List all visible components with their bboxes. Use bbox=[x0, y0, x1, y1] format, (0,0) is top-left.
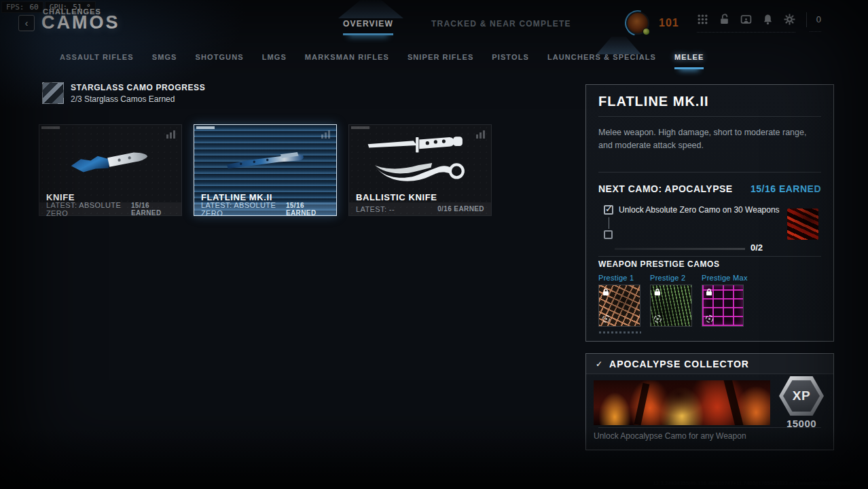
social-count: 0 bbox=[816, 14, 821, 24]
weapon-latest-camo: LATEST: ABSOLUTE ZERO bbox=[46, 201, 131, 217]
page-title: CAMOS bbox=[41, 12, 120, 33]
divider bbox=[598, 116, 821, 117]
starglass-progress: STARGLASS CAMO PROGRESS 2/3 Starglass Ca… bbox=[42, 82, 205, 104]
challenge-step1-checkbox: ✓ bbox=[604, 205, 613, 215]
weapon-latest-camo: LATEST: -- bbox=[356, 205, 395, 213]
card-info-strip: LATEST: -- 0/16 EARNED bbox=[349, 202, 491, 215]
prestige-1-label: Prestige 1 bbox=[598, 274, 642, 282]
card-info-strip: LATEST: ABSOLUTE ZERO 15/16 EARNED bbox=[39, 202, 181, 215]
tab-assault-rifles[interactable]: ASSAULT RIFLES bbox=[60, 53, 134, 69]
unlock-icon[interactable] bbox=[719, 14, 730, 25]
challenge-task-text: Unlock Absolute Zero Camo on 30 Weapons bbox=[619, 205, 780, 215]
lock-icon bbox=[602, 288, 610, 296]
collector-title: APOCALYPSE COLLECTOR bbox=[609, 359, 749, 369]
starglass-subtitle: 2/3 Starglass Camos Earned bbox=[71, 94, 205, 104]
back-button[interactable]: ‹ bbox=[18, 15, 35, 31]
apocalypse-artwork bbox=[594, 380, 770, 425]
faction-emblem-icon bbox=[705, 314, 714, 323]
header-icon-row bbox=[697, 14, 795, 33]
prestige-2-label: Prestige 2 bbox=[650, 274, 693, 282]
tab-tracked-near-complete[interactable]: TRACKED & NEAR COMPLETE bbox=[431, 19, 571, 35]
challenge-step2-checkbox bbox=[604, 230, 613, 239]
tab-smgs[interactable]: SMGS bbox=[152, 53, 177, 69]
tab-launchers-specials[interactable]: LAUNCHERS & SPECIALS bbox=[547, 53, 656, 69]
weapon-card-knife[interactable]: KNIFE LATEST: ABSOLUTE ZERO 15/16 EARNED bbox=[39, 124, 182, 216]
next-camo-label: NEXT CAMO: APOCALYPSE bbox=[598, 183, 733, 194]
detail-weapon-title: FLATLINE MK.II bbox=[598, 94, 709, 109]
tab-overview[interactable]: OVERVIEW bbox=[343, 19, 393, 35]
weapon-card-ballistic-knife[interactable]: BALLISTIC KNIFE LATEST: -- 0/16 EARNED bbox=[348, 124, 492, 216]
recorder-icon[interactable] bbox=[740, 14, 752, 25]
header-divider bbox=[806, 12, 807, 27]
divider bbox=[598, 256, 821, 257]
weapon-detail-panel: FLATLINE MK.II Melee weapon. High damage… bbox=[585, 84, 834, 342]
prestige-heading: WEAPON PRESTIGE CAMOS bbox=[598, 259, 720, 269]
flatline-image bbox=[194, 125, 336, 191]
notifications-bell-icon[interactable] bbox=[762, 14, 774, 25]
prestige-1-item: Prestige 1 bbox=[598, 274, 642, 327]
weapon-description: Melee weapon. High damage, short to mode… bbox=[598, 126, 820, 152]
weapon-earned-count: 15/16 EARNED bbox=[131, 202, 175, 217]
starglass-camo-icon bbox=[42, 82, 64, 104]
prestige-1-camo-swatch[interactable] bbox=[598, 285, 640, 327]
prestige-max-camo-swatch[interactable] bbox=[702, 285, 744, 327]
challenge-progress-count: 0/2 bbox=[751, 242, 763, 253]
starglass-title: STARGLASS CAMO PROGRESS bbox=[71, 83, 205, 92]
back-icon: ‹ bbox=[25, 17, 29, 29]
ballistic-knife-image bbox=[349, 125, 491, 191]
xp-label: XP bbox=[783, 380, 820, 412]
melee-spotlight bbox=[596, 37, 641, 54]
apocalypse-collector-panel[interactable]: ✓ APOCALYPSE COLLECTOR XP 15000 Unlock A… bbox=[585, 353, 834, 450]
prestige-max-label: Prestige Max bbox=[702, 274, 745, 282]
card-info-strip: LATEST: ABSOLUTE ZERO 15/16 EARNED bbox=[194, 202, 336, 215]
lock-icon bbox=[653, 288, 662, 296]
topbar-right: 101 bbox=[626, 12, 821, 35]
collector-footer: Unlock Apocalypse Camo for any Weapon bbox=[594, 431, 746, 441]
fps-value: 60 bbox=[30, 3, 39, 12]
collector-header: ✓ APOCALYPSE COLLECTOR bbox=[586, 354, 833, 374]
challenge-progress-bar bbox=[615, 248, 745, 250]
tab-sniper-rifles[interactable]: SNIPER RIFLES bbox=[408, 53, 473, 69]
check-icon: ✓ bbox=[605, 204, 613, 214]
knife-image bbox=[39, 125, 181, 191]
divider bbox=[598, 427, 821, 428]
tab-marksman-rifles[interactable]: MARKSMAN RIFLES bbox=[305, 53, 389, 69]
weapon-card-flatline[interactable]: FLATLINE MK.II LATEST: ABSOLUTE ZERO 15/… bbox=[194, 124, 337, 216]
weapon-category-tabs: ASSAULT RIFLES SMGS SHOTGUNS LMGS MARKSM… bbox=[60, 53, 704, 69]
faction-emblem-icon bbox=[602, 314, 611, 323]
social-group[interactable]: 0 bbox=[810, 14, 821, 32]
next-camo-earned: 15/16 EARNED bbox=[751, 183, 821, 194]
apps-grid-icon[interactable] bbox=[697, 14, 708, 25]
prestige-max-item: Prestige Max bbox=[702, 274, 745, 327]
player-level: 101 bbox=[659, 17, 679, 29]
lock-icon bbox=[705, 288, 713, 296]
overview-spotlight bbox=[338, 0, 403, 18]
tab-melee[interactable]: MELEE bbox=[674, 53, 704, 69]
step-connector bbox=[609, 217, 609, 229]
faction-emblem-icon bbox=[653, 314, 662, 323]
weapon-latest-camo: LATEST: ABSOLUTE ZERO bbox=[201, 201, 286, 217]
avatar-badge bbox=[643, 28, 650, 35]
tab-lmgs[interactable]: LMGS bbox=[262, 53, 287, 69]
build-version: 12.3.24934355|49-116.460|10747+11.7400||… bbox=[653, 480, 850, 486]
check-icon: ✓ bbox=[596, 359, 602, 369]
main-tabs: OVERVIEW TRACKED & NEAR COMPLETE bbox=[343, 19, 571, 35]
apocalypse-camo-swatch bbox=[787, 209, 818, 240]
tab-shotguns[interactable]: SHOTGUNS bbox=[196, 53, 244, 69]
prestige-2-camo-swatch[interactable] bbox=[650, 285, 692, 327]
camos-screen: FPS: 60 GPU: 51 ° ‹ CHALLENGES CAMOS OVE… bbox=[0, 0, 868, 489]
fps-label: FPS: bbox=[6, 3, 24, 12]
prestige-1-progress bbox=[599, 331, 641, 333]
weapon-earned-count: 0/16 EARNED bbox=[437, 205, 484, 213]
prestige-2-item: Prestige 2 bbox=[650, 274, 693, 327]
player-avatar[interactable] bbox=[626, 12, 649, 35]
weapon-earned-count: 15/16 EARNED bbox=[286, 202, 329, 217]
tab-pistols[interactable]: PISTOLS bbox=[492, 53, 529, 69]
divider bbox=[598, 172, 821, 173]
xp-badge: XP bbox=[779, 376, 824, 416]
weapon-name: BALLISTIC KNIFE bbox=[356, 192, 437, 202]
settings-gear-icon[interactable] bbox=[784, 14, 795, 25]
fps-counter: FPS: 60 bbox=[1, 1, 43, 13]
